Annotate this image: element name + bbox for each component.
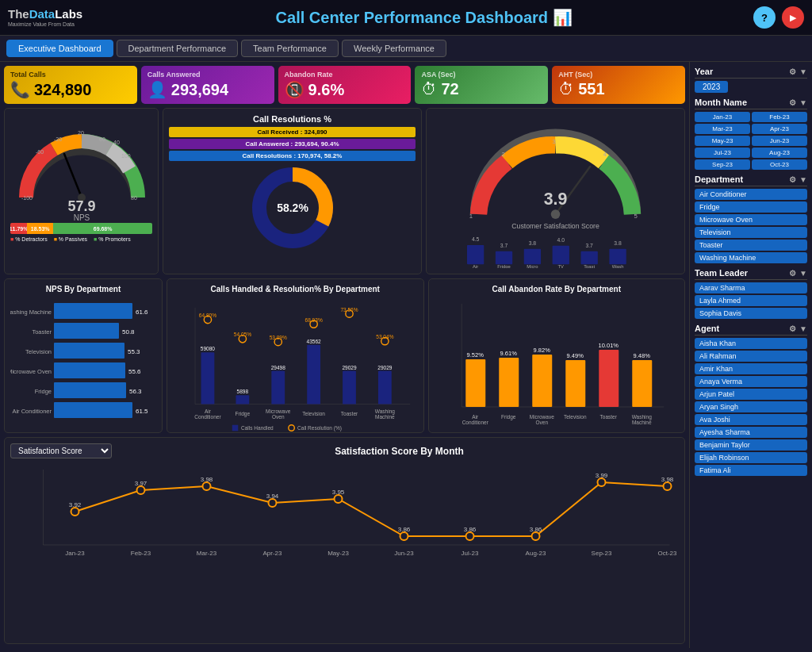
agent-aryan[interactable]: Aryan Singh — [695, 401, 807, 412]
month-sep23[interactable]: Sep-23 — [695, 159, 750, 170]
svg-text:29029: 29029 — [377, 365, 393, 370]
svg-text:9.82%: 9.82% — [533, 347, 550, 354]
year-filter-icon[interactable]: ▼ — [799, 67, 807, 76]
svg-text:29029: 29029 — [342, 365, 357, 370]
month-settings-icon[interactable]: ⚙ — [789, 98, 796, 107]
month-jan23[interactable]: Jan-23 — [695, 112, 750, 122]
month-aug23[interactable]: Aug-23 — [752, 148, 807, 158]
year-settings-icon[interactable]: ⚙ — [789, 67, 796, 76]
tl-layla[interactable]: Layla Ahmed — [695, 295, 807, 306]
teamleader-filter-icon[interactable]: ▼ — [799, 269, 807, 278]
youtube-button[interactable]: ▶ — [782, 6, 804, 29]
agent-settings-icon[interactable]: ⚙ — [789, 324, 796, 333]
kpi-abandon-rate: Abandon Rate 📵 9.6% — [278, 66, 412, 104]
nps-chart: 57.9 NPS -100 -60 -20 20 60 100 80 40 11… — [4, 108, 159, 274]
svg-text:3.98: 3.98 — [201, 476, 213, 483]
svg-text:Machine: Machine — [375, 414, 395, 420]
content-area: Total Calls 📞 324,890 Calls Answered 👤 2… — [0, 62, 689, 648]
resolutions-title: Call Resolutions % — [169, 114, 416, 124]
svg-rect-106 — [499, 358, 519, 407]
svg-rect-109 — [532, 355, 552, 407]
svg-point-98 — [289, 425, 294, 431]
month-apr23[interactable]: Apr-23 — [752, 124, 807, 134]
dept-toaster[interactable]: Toaster — [695, 240, 807, 251]
svg-text:Microwave: Microwave — [266, 408, 291, 414]
svg-text:4.0: 4.0 — [557, 237, 565, 243]
svg-text:Toast: Toast — [584, 264, 595, 268]
sidebar-agent-section: Agent ⚙ ▼ Aisha Khan Ali Rahman Amir Kha… — [695, 324, 807, 476]
csat-chart: 3.9 Customer Satisfaction Score 1 2 3 4 … — [426, 108, 685, 274]
svg-text:3.94: 3.94 — [266, 493, 279, 500]
svg-rect-63 — [201, 352, 215, 404]
kpi-abandon-value: 9.6% — [308, 81, 345, 99]
svg-text:10.01%: 10.01% — [598, 342, 619, 349]
dept-microwave[interactable]: Microwave Oven — [695, 214, 807, 225]
abandon-title: Call Abandon Rate By Department — [435, 285, 680, 293]
agent-ava[interactable]: Ava Joshi — [695, 414, 807, 425]
tab-weekly[interactable]: Weekly Performance — [342, 40, 446, 57]
satisfaction-dropdown[interactable]: Satisfaction Score — [10, 443, 112, 458]
svg-point-17 — [551, 209, 561, 219]
month-filter-icon[interactable]: ▼ — [799, 98, 807, 107]
month-may23[interactable]: May-23 — [695, 136, 750, 146]
help-button[interactable]: ? — [753, 6, 776, 29]
svg-text:Air: Air — [473, 264, 478, 268]
svg-text:Oct-23: Oct-23 — [657, 550, 677, 557]
sidebar-teamleader-section: Team Leader ⚙ ▼ Aarav Sharma Layla Ahmed… — [695, 268, 807, 319]
svg-text:NPS: NPS — [74, 213, 90, 222]
agent-elijah[interactable]: Elijah Robinson — [695, 452, 807, 463]
svg-text:4: 4 — [603, 151, 607, 158]
svg-text:53.09%: 53.09% — [270, 335, 287, 340]
nps-passives-label: % Passives — [59, 236, 87, 242]
kpi-total-calls-value: 324,890 — [34, 81, 91, 99]
svg-text:Machine: Machine — [631, 420, 651, 425]
svg-text:Conditioner: Conditioner — [462, 420, 488, 425]
svg-rect-49 — [54, 343, 124, 359]
month-oct23[interactable]: Oct-23 — [752, 159, 807, 170]
dept-settings-icon[interactable]: ⚙ — [789, 175, 796, 184]
svg-rect-37 — [581, 251, 598, 264]
month-mar23[interactable]: Mar-23 — [695, 124, 750, 134]
dept-tv[interactable]: Television — [695, 227, 807, 238]
svg-point-126 — [137, 486, 145, 494]
svg-point-125 — [71, 508, 79, 516]
agent-ayesha[interactable]: Ayesha Sharma — [695, 427, 807, 438]
teamleader-settings-icon[interactable]: ⚙ — [789, 269, 796, 278]
dept-fridge[interactable]: Fridge — [695, 201, 807, 213]
tab-department[interactable]: Department Performance — [117, 40, 239, 57]
kpi-asa-value: 72 — [441, 80, 458, 98]
year-2023-btn[interactable]: 2023 — [695, 81, 728, 93]
agent-ali[interactable]: Ali Rahman — [695, 351, 807, 362]
svg-rect-96 — [232, 425, 238, 431]
tab-team[interactable]: Team Performance — [241, 40, 339, 57]
svg-text:Jan-23: Jan-23 — [65, 550, 85, 557]
kpi-calls-answered: Calls Answered 👤 293,694 — [141, 66, 274, 104]
dept-ac[interactable]: Air Conditioner — [695, 189, 807, 200]
svg-text:54.05%: 54.05% — [234, 332, 251, 338]
svg-text:Air Conditioner: Air Conditioner — [12, 408, 52, 415]
agent-benjamin[interactable]: Benjamin Taylor — [695, 439, 807, 451]
year-section-label: Year — [695, 67, 713, 76]
dept-washing[interactable]: Washing Machine — [695, 252, 807, 263]
dept-filter-icon[interactable]: ▼ — [799, 175, 807, 184]
tl-aarav[interactable]: Aarav Sharma — [695, 282, 807, 293]
agent-anaya[interactable]: Anaya Verma — [695, 376, 807, 387]
month-jul23[interactable]: Jul-23 — [695, 148, 750, 158]
resolutions-chart: Call Resolutions % Call Received : 324,8… — [163, 108, 422, 274]
svg-text:1: 1 — [469, 213, 473, 220]
month-feb23[interactable]: Feb-23 — [752, 112, 807, 122]
month-jun23[interactable]: Jun-23 — [752, 136, 807, 146]
tab-executive[interactable]: Executive Dashboard — [6, 40, 113, 57]
agent-aisha[interactable]: Aisha Khan — [695, 338, 807, 349]
svg-rect-113 — [565, 360, 585, 407]
svg-rect-52 — [54, 362, 125, 378]
agent-filter-icon[interactable]: ▼ — [799, 324, 807, 333]
svg-text:9.61%: 9.61% — [500, 350, 517, 357]
tl-sophia[interactable]: Sophia Davis — [695, 308, 807, 319]
agent-arjun[interactable]: Arjun Patel — [695, 389, 807, 400]
month-section-label: Month Name — [695, 98, 747, 107]
agent-fatima[interactable]: Fatima Ali — [695, 465, 807, 476]
agent-amir[interactable]: Amir Khan — [695, 363, 807, 374]
svg-text:Call Resolution (%): Call Resolution (%) — [297, 425, 342, 431]
teamleader-section-label: Team Leader — [695, 268, 748, 278]
